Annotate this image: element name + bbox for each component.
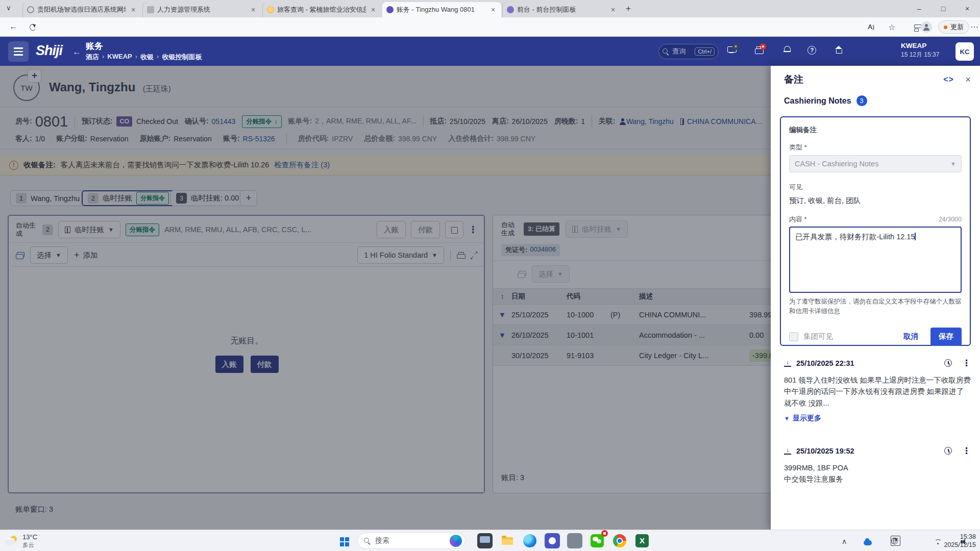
page-title: 账务 [86, 40, 103, 52]
tab-search-icon[interactable]: ∨ [6, 4, 11, 12]
note-item: 25/10/2025 19:52 ⋮ 399RMB, 1BF POA 中交领导注… [784, 445, 971, 485]
global-search-input[interactable]: 查询 Ctrl+/ [658, 44, 719, 59]
blue-app-icon[interactable] [545, 533, 560, 548]
note-timestamp: 25/10/2025 19:52 [796, 447, 854, 455]
note-content-text: 已开具发票，待财务打款-Lilith 12.15 [795, 233, 915, 241]
search-placeholder: 查询 [672, 47, 692, 56]
browser-update-button[interactable]: 更新 [938, 20, 969, 34]
file-explorer-icon[interactable] [500, 533, 515, 548]
onedrive-cloud-icon[interactable] [864, 540, 872, 545]
search-shortcut-badge: Ctrl+/ [695, 47, 715, 56]
weather-icon [5, 536, 18, 546]
type-label: 类型 * [789, 143, 962, 152]
form-heading: 编辑备注 [789, 126, 962, 135]
code-view-icon[interactable]: <> [943, 75, 954, 84]
browser-tab-active[interactable]: 账务 - Tingzhu Wang 0801 × [382, 2, 501, 17]
history-clock-icon[interactable] [944, 359, 952, 367]
note-header-row: 25/10/2025 22:31 ⋮ [784, 358, 971, 368]
tab-close-icon[interactable]: × [369, 6, 377, 14]
remote-desktop-app-icon[interactable] [477, 533, 493, 548]
police-favicon [267, 6, 274, 13]
gray-app-icon[interactable] [567, 533, 582, 548]
tab-close-icon[interactable]: × [489, 6, 497, 14]
chrome-icon[interactable] [612, 533, 627, 548]
close-drawer-icon[interactable]: × [965, 74, 971, 85]
notification-badge [601, 530, 608, 537]
app-header: Shiji ← 账务 酒店› KWEAP› 收银› 收银控制面板 查询 Ctrl… [0, 37, 980, 66]
tray-chevron-up-icon[interactable]: ∧ [842, 537, 847, 545]
browser-tab[interactable]: 前台 - 前台控制面板 × [502, 2, 621, 17]
taskbar-search-placeholder: 搜索 [375, 536, 445, 545]
collections-icon[interactable] [914, 24, 921, 31]
breadcrumb: 酒店› KWEAP› 收银› 收银控制面板 [86, 53, 202, 62]
breadcrumb-item[interactable]: KWEAP [107, 53, 132, 62]
update-label: 更新 [950, 22, 964, 32]
tab-close-icon[interactable]: × [249, 6, 257, 14]
notifications-bell-icon[interactable] [783, 46, 791, 53]
browser-tab[interactable]: 贵阳机场智选假日酒店系统网址导 × [22, 2, 141, 17]
wechat-icon[interactable] [590, 533, 605, 548]
browser-menu-icon[interactable]: ⋯ [970, 22, 978, 32]
cancel-button[interactable]: 取消 [903, 332, 918, 341]
drawer-title-row: 备注 <> × [784, 73, 971, 86]
weather-widget[interactable]: 13°C 多云 [5, 533, 37, 549]
weather-desc: 多云 [22, 541, 37, 548]
note-type-dropdown-disabled: CASH - Cashiering Notes ▼ [789, 155, 962, 172]
update-dot-icon [944, 26, 947, 29]
home-icon[interactable] [835, 46, 843, 53]
profile-avatar-icon[interactable] [921, 21, 932, 33]
wifi-icon[interactable] [935, 539, 942, 545]
note-kebab-menu-icon[interactable]: ⋮ [962, 445, 971, 456]
note-text-line: 399RMB, 1BF POA [784, 462, 971, 473]
globe-favicon [27, 6, 34, 13]
history-clock-icon[interactable] [944, 447, 952, 455]
note-content-textarea[interactable]: 已开具发票，待财务打款-Lilith 12.15 [789, 227, 962, 293]
tab-close-icon[interactable]: × [129, 6, 137, 14]
refresh-icon[interactable] [30, 24, 36, 31]
app-back-icon[interactable]: ← [72, 47, 81, 57]
group-visible-label: 集团可见 [803, 332, 833, 341]
cash-register-icon[interactable]: ● [755, 46, 763, 53]
browser-tab-strip: ∨ 贵阳机场智选假日酒店系统网址导 × 人力资源管理系统 × 旅客查询 - 紫楠… [0, 0, 980, 17]
tab-title: 前台 - 前台控制面板 [517, 5, 606, 14]
taskbar-search-input[interactable]: 搜索 [357, 533, 465, 549]
shiji-ep-favicon [386, 6, 394, 13]
visibility-label: 可见 [789, 183, 962, 192]
edge-browser-icon[interactable] [522, 533, 537, 548]
browser-tab[interactable]: 旅客查询 - 紫楠旅馆业治安信息管 × [262, 2, 381, 17]
window-maximize-button[interactable]: □ [932, 0, 955, 17]
new-tab-button[interactable]: + [626, 4, 631, 14]
shiji-logo: Shiji [36, 43, 62, 59]
shiji-favicon [147, 6, 154, 13]
char-counter: 24/3000 [939, 216, 962, 223]
group-visible-checkbox[interactable] [789, 332, 798, 341]
shiji-ep-favicon [507, 6, 514, 13]
ime-indicator[interactable]: 拼 [891, 536, 900, 546]
window-minimize-button[interactable]: – [908, 0, 931, 17]
favorite-star-icon[interactable]: ☆ [888, 22, 895, 32]
user-avatar[interactable]: KC [955, 42, 974, 61]
tab-close-icon[interactable]: × [609, 6, 617, 14]
back-icon[interactable]: ← [9, 22, 17, 31]
save-button[interactable]: 保存 [930, 328, 962, 346]
notes-section-title: Cashiering Notes [784, 96, 851, 106]
taskbar-clock[interactable]: 15:38 2025/12/15 [944, 533, 976, 549]
start-button-icon[interactable] [340, 537, 344, 541]
excel-icon[interactable] [634, 533, 650, 548]
window-close-button[interactable]: × [955, 0, 979, 17]
property-datetime: 15 12月 15:37 [901, 51, 939, 59]
help-icon[interactable] [807, 46, 816, 55]
show-more-link[interactable]: ▼ 显示更多 [784, 414, 971, 423]
note-timestamp: 25/10/2025 22:31 [796, 359, 854, 367]
workstation-icon[interactable]: × [727, 46, 736, 53]
note-kebab-menu-icon[interactable]: ⋮ [962, 358, 971, 368]
weather-temp: 13°C [22, 533, 37, 541]
hamburger-menu-button[interactable] [8, 41, 29, 62]
read-aloud-icon[interactable]: A) [868, 23, 874, 31]
tab-title: 账务 - Tingzhu Wang 0801 [397, 5, 486, 14]
browser-tab[interactable]: 人力资源管理系统 × [142, 2, 261, 17]
breadcrumb-item[interactable]: 酒店 [86, 53, 99, 62]
tab-title: 人力资源管理系统 [157, 5, 246, 14]
breadcrumb-item[interactable]: 收银控制面板 [162, 53, 202, 62]
breadcrumb-item[interactable]: 收银 [140, 53, 154, 62]
